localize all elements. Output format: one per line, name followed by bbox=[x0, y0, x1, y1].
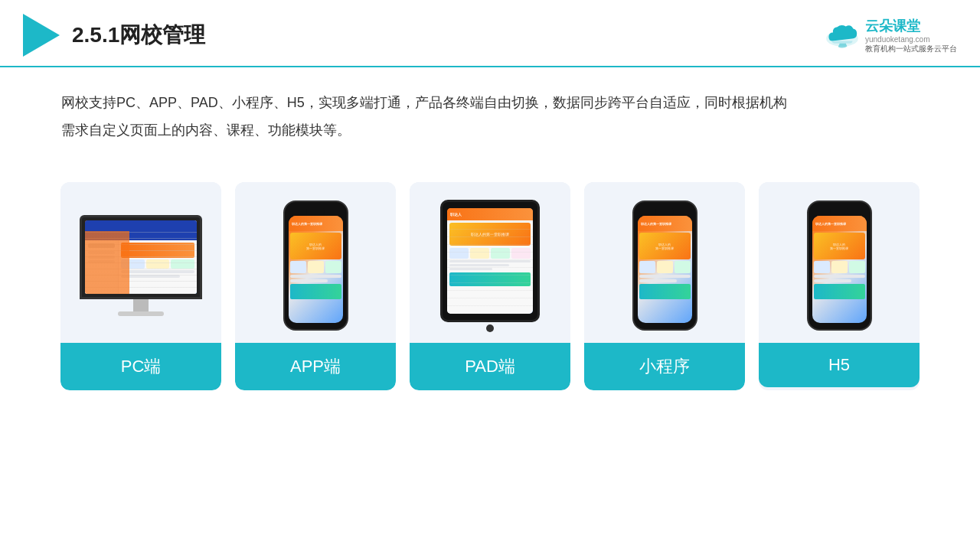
card-h5-image: 职达人的第一堂职推课 职达人的第一堂职推课 bbox=[759, 182, 920, 343]
description-text: 网校支持PC、APP、PAD、小程序、H5，实现多端打通，产品各终端自由切换，数… bbox=[0, 67, 980, 152]
page-title: 2.5.1网校管理 bbox=[72, 21, 205, 50]
header: 2.5.1网校管理 云朵课堂 yunduoketang.com 教育机构一站式服… bbox=[0, 0, 980, 67]
card-pc-label: PC端 bbox=[60, 343, 221, 390]
card-miniapp-label: 小程序 bbox=[584, 343, 745, 390]
pc-device-icon bbox=[80, 215, 202, 316]
h5-device-icon: 职达人的第一堂职推课 职达人的第一堂职推课 bbox=[807, 201, 872, 331]
card-h5: 职达人的第一堂职推课 职达人的第一堂职推课 bbox=[759, 182, 920, 390]
miniapp-device-icon: 职达人的第一堂职推课 职达人的第一堂职推课 bbox=[632, 201, 697, 331]
card-app-label: APP端 bbox=[235, 343, 396, 390]
cloud-icon bbox=[824, 21, 861, 49]
card-app-image: 职达人的第一堂职推课 职达人的第一堂职推课 bbox=[235, 182, 396, 343]
brand-url: yunduoketang.com bbox=[865, 35, 930, 44]
header-right: 云朵课堂 yunduoketang.com 教育机构一站式服务云平台 bbox=[824, 17, 957, 54]
header-left: 2.5.1网校管理 bbox=[23, 14, 205, 57]
cards-container: PC端 职达人的第一堂职推课 职达人的第一堂职推课 bbox=[0, 159, 980, 413]
card-miniapp-image: 职达人的第一堂职推课 职达人的第一堂职推课 bbox=[584, 182, 745, 343]
brand-logo: 云朵课堂 yunduoketang.com 教育机构一站式服务云平台 bbox=[824, 17, 957, 54]
brand-tagline: 教育机构一站式服务云平台 bbox=[865, 44, 957, 54]
card-pc-image bbox=[60, 182, 221, 343]
card-pad: 职达人 职达人的第一堂职推课 bbox=[410, 182, 570, 390]
logo-triangle-icon bbox=[23, 14, 60, 57]
card-app: 职达人的第一堂职推课 职达人的第一堂职推课 bbox=[235, 182, 396, 390]
brand-text: 云朵课堂 yunduoketang.com 教育机构一站式服务云平台 bbox=[865, 17, 957, 54]
pad-device-icon: 职达人 职达人的第一堂职推课 bbox=[440, 200, 540, 332]
app-device-icon: 职达人的第一堂职推课 职达人的第一堂职推课 bbox=[283, 201, 348, 331]
brand-name: 云朵课堂 bbox=[865, 17, 920, 35]
card-miniapp: 职达人的第一堂职推课 职达人的第一堂职推课 bbox=[584, 182, 745, 390]
card-pc: PC端 bbox=[60, 182, 221, 390]
description-line2: 需求自定义页面上的内容、课程、功能模块等。 bbox=[61, 116, 919, 144]
card-pad-label: PAD端 bbox=[410, 343, 570, 390]
card-h5-label: H5 bbox=[759, 343, 920, 387]
description-line1: 网校支持PC、APP、PAD、小程序、H5，实现多端打通，产品各终端自由切换，数… bbox=[61, 89, 919, 116]
card-pad-image: 职达人 职达人的第一堂职推课 bbox=[410, 182, 570, 343]
